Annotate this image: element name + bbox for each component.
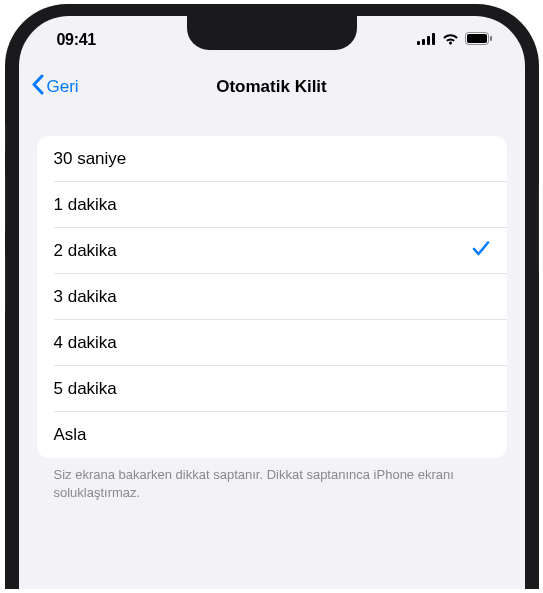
footer-description: Siz ekrana bakarken dikkat saptanır. Dik…	[37, 458, 507, 501]
svg-rect-3	[432, 33, 435, 45]
content: 30 saniye1 dakika2 dakika3 dakika4 dakik…	[19, 110, 525, 501]
svg-rect-2	[427, 36, 430, 45]
status-indicators	[417, 31, 493, 49]
option-label: 4 dakika	[54, 333, 117, 353]
back-label: Geri	[47, 77, 79, 97]
option-label: 3 dakika	[54, 287, 117, 307]
auto-lock-option[interactable]: 2 dakika	[37, 228, 507, 274]
option-label: Asla	[54, 425, 87, 445]
notch-icon	[187, 16, 357, 50]
back-button[interactable]: Geri	[31, 74, 79, 100]
auto-lock-option[interactable]: 4 dakika	[37, 320, 507, 366]
auto-lock-option[interactable]: 3 dakika	[37, 274, 507, 320]
auto-lock-option[interactable]: 5 dakika	[37, 366, 507, 412]
auto-lock-option[interactable]: 30 saniye	[37, 136, 507, 182]
screen: 09:41	[19, 16, 525, 589]
option-label: 5 dakika	[54, 379, 117, 399]
option-label: 1 dakika	[54, 195, 117, 215]
checkmark-icon	[472, 240, 490, 262]
navigation-bar: Geri Otomatik Kilit	[19, 64, 525, 110]
chevron-left-icon	[31, 74, 44, 100]
option-label: 30 saniye	[54, 149, 127, 169]
wifi-icon	[442, 31, 459, 49]
phone-frame: 09:41	[5, 4, 539, 589]
cellular-icon	[417, 31, 436, 49]
svg-rect-1	[422, 39, 425, 45]
svg-rect-0	[417, 41, 420, 45]
auto-lock-option[interactable]: 1 dakika	[37, 182, 507, 228]
auto-lock-option[interactable]: Asla	[37, 412, 507, 458]
auto-lock-options: 30 saniye1 dakika2 dakika3 dakika4 dakik…	[37, 136, 507, 458]
svg-rect-5	[467, 34, 487, 43]
option-label: 2 dakika	[54, 241, 117, 261]
battery-icon	[465, 31, 493, 49]
svg-rect-6	[490, 36, 492, 41]
status-time: 09:41	[57, 31, 96, 49]
page-title: Otomatik Kilit	[19, 77, 525, 97]
